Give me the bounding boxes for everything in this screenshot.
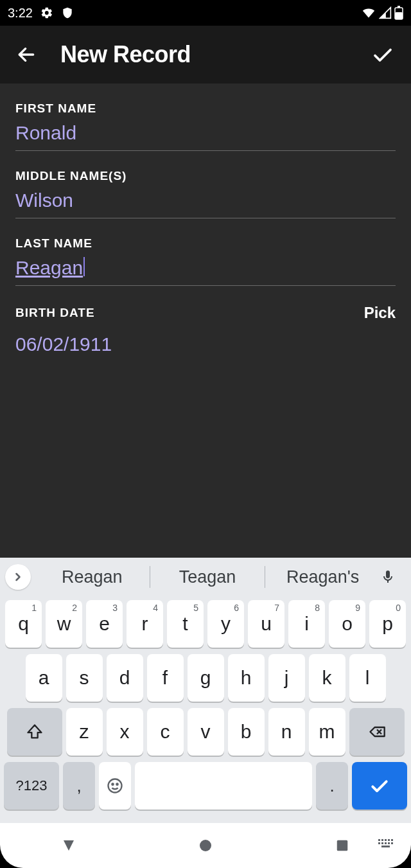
- key-i[interactable]: i8: [288, 600, 325, 648]
- key-x[interactable]: x: [107, 708, 143, 756]
- middle-names-field: MIDDLE NAME(S) Wilson: [15, 169, 396, 218]
- svg-rect-20: [391, 842, 393, 844]
- key-r[interactable]: r4: [127, 600, 163, 648]
- suggestion-1[interactable]: Reagan: [35, 567, 150, 587]
- shield-icon: [61, 6, 74, 19]
- birth-date-label: BIRTH DATE: [15, 306, 95, 320]
- svg-rect-1: [395, 12, 403, 19]
- nav-back-button[interactable]: [56, 833, 82, 858]
- key-g[interactable]: g: [188, 654, 224, 702]
- status-time: 3:22: [8, 6, 33, 21]
- key-u[interactable]: u7: [248, 600, 284, 648]
- symbols-key[interactable]: ?123: [4, 762, 59, 810]
- svg-rect-11: [378, 839, 380, 841]
- birth-date-field: BIRTH DATE Pick 06/02/1911: [15, 304, 396, 355]
- svg-point-8: [116, 784, 118, 785]
- key-e[interactable]: e3: [86, 600, 123, 648]
- svg-rect-17: [381, 842, 383, 844]
- keyboard-row-1: q1 w2 e3 r4 t5 y6 u7 i8 o9 p0: [4, 600, 407, 648]
- middle-names-label: MIDDLE NAME(S): [15, 169, 127, 183]
- svg-rect-13: [385, 839, 387, 841]
- form: FIRST NAME Ronald MIDDLE NAME(S) Wilson …: [0, 84, 411, 558]
- key-y[interactable]: y6: [207, 600, 244, 648]
- gear-icon: [40, 6, 53, 19]
- first-name-input[interactable]: Ronald: [15, 122, 396, 151]
- first-name-field: FIRST NAME Ronald: [15, 102, 396, 151]
- emoji-key[interactable]: [99, 762, 131, 810]
- svg-point-6: [109, 779, 122, 793]
- first-name-label: FIRST NAME: [15, 102, 96, 116]
- text-cursor: [83, 257, 85, 276]
- suggestion-3[interactable]: Reagan's: [265, 567, 380, 587]
- last-name-label: LAST NAME: [15, 236, 92, 251]
- svg-rect-2: [398, 6, 400, 8]
- svg-rect-14: [388, 839, 390, 841]
- suggestion-bar: Reagan Teagan Reagan's: [0, 558, 411, 596]
- key-p[interactable]: p0: [369, 600, 406, 648]
- nav-home-button[interactable]: [193, 833, 218, 858]
- nav-recent-button[interactable]: [329, 833, 355, 858]
- key-h[interactable]: h: [228, 654, 265, 702]
- key-w[interactable]: w2: [46, 600, 82, 648]
- birth-date-value[interactable]: 06/02/1911: [15, 333, 396, 355]
- key-t[interactable]: t5: [167, 600, 204, 648]
- keyboard-row-3: z x c v b n m: [4, 708, 407, 756]
- key-n[interactable]: n: [268, 708, 305, 756]
- app-header: New Record: [0, 26, 411, 84]
- system-nav-bar: [0, 823, 411, 868]
- suggestion-2[interactable]: Teagan: [150, 567, 265, 587]
- keyboard-row-4: ?123 , .: [4, 762, 407, 810]
- last-name-input[interactable]: Reagan: [15, 257, 396, 286]
- keyboard-row-2: a s d f g h j k l: [4, 654, 407, 702]
- svg-rect-16: [378, 842, 380, 844]
- page-title: New Record: [60, 41, 370, 68]
- confirm-button[interactable]: [370, 42, 396, 67]
- pick-button[interactable]: Pick: [364, 304, 396, 322]
- key-m[interactable]: m: [309, 708, 345, 756]
- key-j[interactable]: j: [268, 654, 305, 702]
- shift-key[interactable]: [7, 708, 62, 756]
- last-name-field: LAST NAME Reagan: [15, 236, 396, 286]
- nav-keyboard-switch-button[interactable]: [374, 833, 399, 858]
- svg-rect-12: [381, 839, 383, 841]
- key-q[interactable]: q1: [5, 600, 42, 648]
- key-a[interactable]: a: [26, 654, 62, 702]
- status-bar: 3:22: [0, 0, 411, 26]
- key-k[interactable]: k: [309, 654, 345, 702]
- signal-icon: [379, 6, 392, 19]
- key-z[interactable]: z: [66, 708, 103, 756]
- key-c[interactable]: c: [147, 708, 184, 756]
- svg-rect-10: [337, 840, 348, 851]
- mic-button[interactable]: [380, 568, 406, 586]
- battery-icon: [394, 6, 403, 20]
- key-l[interactable]: l: [349, 654, 386, 702]
- expand-suggestions-button[interactable]: [5, 564, 31, 590]
- svg-rect-21: [381, 846, 390, 847]
- space-key[interactable]: [135, 762, 312, 810]
- svg-rect-18: [385, 842, 387, 844]
- enter-key[interactable]: [352, 762, 407, 810]
- key-s[interactable]: s: [66, 654, 103, 702]
- period-key[interactable]: .: [316, 762, 348, 810]
- key-d[interactable]: d: [107, 654, 143, 702]
- svg-point-7: [112, 784, 113, 785]
- key-b[interactable]: b: [228, 708, 265, 756]
- back-button[interactable]: [15, 44, 37, 66]
- key-v[interactable]: v: [188, 708, 224, 756]
- wifi-icon: [361, 6, 376, 19]
- svg-rect-15: [391, 839, 393, 841]
- backspace-key[interactable]: [349, 708, 405, 756]
- comma-key[interactable]: ,: [63, 762, 95, 810]
- key-o[interactable]: o9: [329, 600, 365, 648]
- soft-keyboard: Reagan Teagan Reagan's q1 w2 e3 r4 t5 y6…: [0, 558, 411, 823]
- middle-names-input[interactable]: Wilson: [15, 190, 396, 218]
- svg-point-9: [200, 840, 211, 851]
- svg-rect-19: [388, 842, 390, 844]
- key-f[interactable]: f: [147, 654, 184, 702]
